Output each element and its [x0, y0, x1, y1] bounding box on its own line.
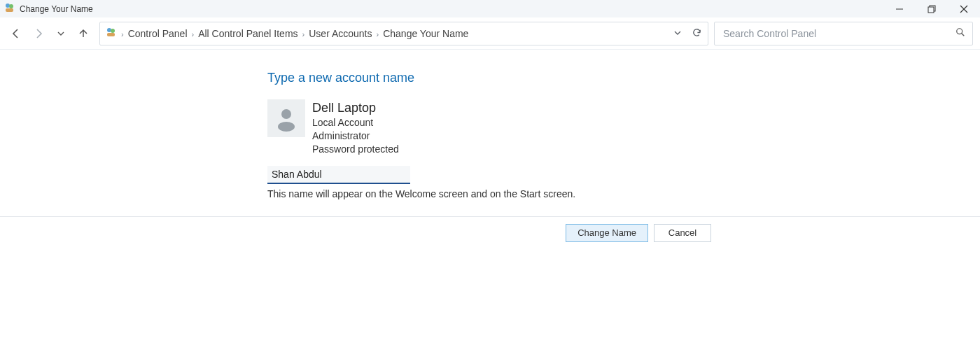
- page-heading: Type a new account name: [267, 71, 980, 85]
- search-icon[interactable]: [955, 27, 965, 39]
- addressbar-icon: [106, 27, 117, 40]
- refresh-button[interactable]: [692, 27, 702, 40]
- breadcrumb-item[interactable]: Control Panel: [128, 28, 188, 39]
- change-name-button[interactable]: Change Name: [566, 224, 648, 242]
- account-name: Dell Laptop: [312, 99, 399, 116]
- svg-point-11: [957, 29, 962, 34]
- minimize-button[interactable]: [883, 0, 916, 17]
- addressbar-end: [673, 27, 702, 40]
- avatar: [267, 99, 305, 137]
- password-status: Password protected: [312, 143, 399, 156]
- footer: Change Name Cancel: [0, 216, 980, 242]
- svg-point-0: [6, 3, 10, 8]
- nav-buttons: [7, 27, 94, 40]
- content: Type a new account name Dell Laptop Loca…: [0, 50, 980, 199]
- app-icon: [4, 2, 15, 15]
- account-row: Dell Laptop Local Account Administrator …: [267, 99, 980, 156]
- toolbar: › Control Panel › All Control Panel Item…: [0, 17, 980, 50]
- titlebar: Change Your Name: [0, 0, 980, 17]
- close-button[interactable]: [948, 0, 980, 17]
- breadcrumb-item[interactable]: All Control Panel Items: [198, 28, 298, 39]
- search-input[interactable]: [722, 27, 955, 40]
- caption-buttons: [883, 0, 980, 17]
- breadcrumb-sep: ›: [121, 30, 124, 38]
- maximize-button[interactable]: [916, 0, 948, 17]
- account-type: Local Account: [312, 116, 399, 129]
- back-button[interactable]: [10, 27, 22, 40]
- svg-point-9: [111, 29, 115, 33]
- addressbar-wrap: › Control Panel › All Control Panel Item…: [99, 22, 973, 45]
- svg-rect-5: [928, 7, 934, 13]
- svg-point-14: [278, 122, 295, 132]
- searchbox[interactable]: [714, 22, 973, 45]
- forward-button[interactable]: [32, 27, 45, 40]
- breadcrumb-sep: ›: [302, 30, 305, 38]
- breadcrumb-item[interactable]: Change Your Name: [383, 28, 468, 39]
- cancel-button[interactable]: Cancel: [654, 224, 711, 242]
- address-dropdown-icon[interactable]: [673, 28, 682, 39]
- svg-rect-10: [107, 33, 115, 36]
- addressbar[interactable]: › Control Panel › All Control Panel Item…: [99, 22, 708, 45]
- breadcrumb-sep: ›: [192, 30, 195, 38]
- svg-rect-2: [6, 8, 13, 12]
- new-name-input[interactable]: [267, 166, 410, 184]
- svg-line-12: [962, 34, 965, 36]
- up-button[interactable]: [77, 27, 90, 40]
- svg-point-8: [107, 28, 111, 32]
- svg-point-13: [281, 109, 291, 119]
- recent-dropdown-icon[interactable]: [55, 27, 67, 40]
- account-role: Administrator: [312, 129, 399, 143]
- titlebar-left: Change Your Name: [4, 2, 93, 15]
- account-text: Dell Laptop Local Account Administrator …: [312, 99, 399, 156]
- breadcrumb-sep: ›: [377, 30, 379, 38]
- window-title: Change Your Name: [20, 4, 93, 14]
- helper-text: This name will appear on the Welcome scr…: [267, 188, 980, 199]
- breadcrumb-item[interactable]: User Accounts: [309, 28, 372, 39]
- svg-point-1: [9, 4, 13, 8]
